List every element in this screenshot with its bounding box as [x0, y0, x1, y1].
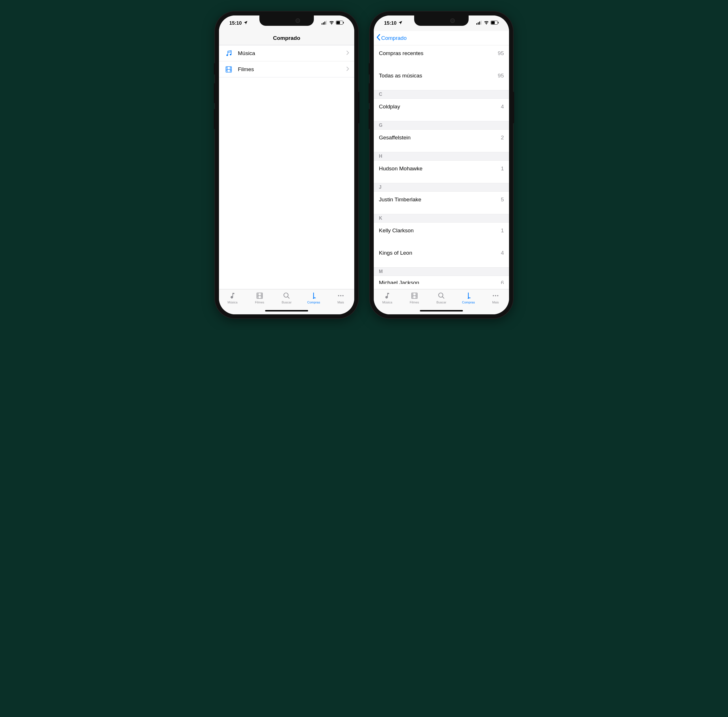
tab-movies[interactable]: Filmes	[403, 292, 426, 304]
svg-rect-0	[321, 23, 323, 24]
tab-music[interactable]: Música	[376, 292, 399, 304]
tab-label: Música	[382, 301, 392, 304]
row-label: Kings of Leon	[379, 250, 501, 256]
section-header-c: C	[374, 90, 509, 99]
svg-point-46	[439, 293, 443, 297]
music-note-icon	[384, 292, 391, 300]
row-count: 2	[501, 134, 504, 141]
svg-rect-2	[324, 21, 325, 24]
section-header-k: K	[374, 214, 509, 223]
artist-row[interactable]: Gesaffelstein 2	[374, 130, 509, 146]
row-label: Todas as músicas	[379, 73, 498, 79]
row-label: Kelly Clarkson	[379, 227, 501, 234]
row-label: Música	[238, 50, 346, 56]
row-label: Coldplay	[379, 104, 501, 110]
artist-row[interactable]: Kings of Leon 4	[374, 245, 509, 261]
svg-point-25	[284, 293, 288, 297]
svg-point-7	[227, 54, 228, 56]
nav-title: Comprado	[273, 35, 300, 41]
svg-point-27	[313, 298, 314, 299]
svg-rect-37	[498, 22, 499, 23]
svg-rect-36	[491, 21, 495, 24]
tab-label: Música	[228, 301, 238, 304]
artist-row[interactable]: Hudson Mohawke 1	[374, 160, 509, 177]
tab-label: Compras	[462, 301, 475, 304]
tab-label: Compras	[307, 301, 320, 304]
artist-row[interactable]: Coldplay 4	[374, 99, 509, 115]
section-header-j: J	[374, 183, 509, 192]
battery-icon	[491, 20, 499, 26]
row-count: 95	[498, 50, 504, 56]
section-header-m: M	[374, 267, 509, 276]
film-icon	[256, 292, 263, 300]
tab-purchases[interactable]: Compras	[457, 292, 480, 304]
home-indicator[interactable]	[265, 310, 308, 311]
svg-rect-31	[476, 23, 477, 24]
tab-label: Buscar	[437, 301, 446, 304]
row-count: 1	[501, 165, 504, 172]
row-label: Michael Jackson	[379, 280, 501, 284]
row-count: 5	[501, 197, 504, 203]
tab-search[interactable]: Buscar	[275, 292, 298, 304]
row-music[interactable]: Música	[219, 45, 354, 61]
row-count: 1	[501, 227, 504, 234]
chevron-right-icon	[346, 67, 349, 72]
svg-rect-1	[323, 22, 324, 24]
row-recent-purchases[interactable]: Compras recentes 95	[374, 45, 509, 61]
back-label: Comprado	[381, 35, 407, 41]
back-button[interactable]: Comprado	[377, 34, 407, 42]
cellular-icon	[321, 20, 327, 26]
wifi-icon	[484, 20, 489, 26]
tab-search[interactable]: Buscar	[430, 292, 453, 304]
tab-more[interactable]: Mais	[484, 292, 507, 304]
section-header-g: G	[374, 121, 509, 130]
row-label: Hudson Mohawke	[379, 165, 501, 172]
svg-point-8	[230, 53, 231, 55]
film-icon	[411, 292, 418, 300]
svg-point-50	[495, 295, 496, 296]
tab-more[interactable]: Mais	[329, 292, 352, 304]
row-count: 4	[501, 104, 504, 110]
svg-point-29	[340, 295, 341, 296]
tab-music[interactable]: Música	[221, 292, 244, 304]
chevron-left-icon	[377, 34, 381, 42]
purchases-icon	[465, 292, 472, 300]
device-notch	[414, 15, 469, 26]
music-note-icon	[229, 292, 236, 300]
device-notch	[259, 15, 314, 26]
svg-line-26	[288, 296, 289, 299]
search-icon	[438, 292, 445, 300]
tab-movies[interactable]: Filmes	[248, 292, 271, 304]
battery-icon	[336, 20, 344, 26]
tab-label: Mais	[492, 301, 499, 304]
row-all-songs[interactable]: Todas as músicas 95	[374, 68, 509, 84]
nav-bar: Comprado	[374, 31, 509, 45]
svg-point-28	[338, 295, 339, 296]
cellular-icon	[476, 20, 482, 26]
svg-rect-3	[326, 21, 327, 24]
svg-rect-5	[337, 21, 340, 24]
location-icon	[243, 20, 248, 26]
wifi-icon	[329, 20, 334, 26]
purchases-icon	[310, 292, 317, 300]
content-area[interactable]: Compras recentes 95 Todas as músicas 95 …	[374, 45, 509, 289]
phone-frame-right: 15:10	[370, 11, 513, 318]
row-movies[interactable]: Filmes	[219, 61, 354, 78]
row-count: 95	[498, 73, 504, 79]
search-icon	[283, 292, 290, 300]
location-icon	[398, 20, 403, 26]
svg-rect-34	[481, 21, 481, 24]
status-time: 15:10	[384, 20, 396, 26]
tab-purchases[interactable]: Compras	[302, 292, 325, 304]
home-indicator[interactable]	[420, 310, 463, 311]
tab-label: Mais	[337, 301, 344, 304]
more-icon	[337, 292, 344, 300]
chevron-right-icon	[346, 50, 349, 56]
tab-label: Filmes	[410, 301, 419, 304]
svg-line-47	[442, 296, 444, 299]
artist-row[interactable]: Justin Timberlake 5	[374, 192, 509, 207]
music-note-icon	[224, 50, 233, 57]
artist-row[interactable]: Kelly Clarkson 1	[374, 223, 509, 239]
content-area: Música Filmes	[219, 45, 354, 289]
artist-row-cutoff[interactable]: Michael Jackson 6	[374, 276, 509, 284]
